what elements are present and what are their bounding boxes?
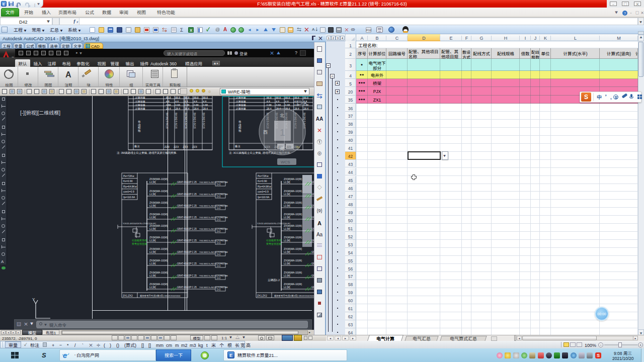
svg-text:0.88: 0.88 (185, 103, 190, 107)
svg-text:L1 [M]: L1 [M] (149, 262, 156, 265)
svg-text:28.4: 28.4 (303, 107, 308, 110)
svg-text:4.8: 4.8 (285, 100, 289, 103)
svg-text:ZX(M)MA-10(M): ZX(M)MA-10(M) (284, 189, 302, 193)
svg-text:0.88: 0.88 (267, 103, 272, 107)
svg-text:L1 [M]: L1 [M] (284, 286, 290, 289)
svg-text:GRAT-40A/2P C 25: GRAT-40A/2P C 25 (177, 286, 197, 289)
svg-text:L1 [M]: L1 [M] (284, 193, 290, 196)
svg-text:ZX(M)MA-10(M): ZX(M)MA-10(M) (149, 282, 168, 286)
svg-text:88.8: 88.8 (303, 96, 308, 99)
svg-text:BV-3X2.5-SC15: BV-3X2.5-SC15 (202, 113, 205, 129)
svg-text:ZZ3: ZZ3 (192, 145, 197, 149)
svg-text:YG2-BX2.5+N2.5-CT-PR2-WE: YG2-BX2.5+N2.5-CT-PR2-WE (334, 180, 362, 184)
svg-text:[二]: [二] (217, 241, 220, 244)
svg-text:[二]: [二] (351, 218, 355, 221)
svg-text:[二]: [二] (351, 252, 355, 255)
svg-text:BV-3X2.5-SC15: BV-3X2.5-SC15 (193, 113, 196, 129)
svg-text:0.88: 0.88 (276, 103, 281, 107)
svg-text:GRAT-40A/2P C 25: GRAT-40A/2P C 25 (177, 204, 197, 207)
svg-text:引自箱变系统: 引自箱变系统 (132, 238, 147, 242)
svg-text:L1 [M]: L1 [M] (284, 227, 290, 230)
svg-text:L1 [M]: L1 [M] (149, 193, 156, 196)
svg-text:[二]: [二] (351, 288, 355, 291)
svg-text:ZX(M)MA-10(M): ZX(M)MA-10(M) (149, 201, 168, 204)
svg-text:YG2-BX2.5+N2.5-CT-PR2-WE: YG2-BX2.5+N2.5-CT-PR2-WE (334, 204, 362, 207)
svg-text:YG2-BX2.5+N2.5-CT-PR2-WE: YG2-BX2.5+N2.5-CT-PR2-WE (199, 274, 228, 277)
svg-text:28.4: 28.4 (185, 107, 190, 110)
svg-text:备注: 备注 (134, 144, 140, 148)
svg-text:[二]: [二] (217, 218, 220, 221)
svg-text:ZZ3: ZZ3 (165, 145, 170, 149)
svg-text:计算容量: 计算容量 (135, 96, 145, 99)
svg-text:备注: 备注 (235, 144, 241, 148)
svg-text:计算容量: 计算容量 (135, 103, 145, 107)
svg-text:箱体参考尺寸(宽X高X厚):1800X2000X400: 箱体参考尺寸(宽X高X厚):1800X2000X400 (140, 294, 181, 297)
svg-text:cosΦ=0.9: cosΦ=0.9 (123, 190, 134, 193)
svg-text:箱体参考尺寸(宽X高X厚):1800X2000X400: 箱体参考尺寸(宽X高X厚):1800X2000X400 (274, 294, 315, 297)
svg-text:0.88: 0.88 (175, 103, 180, 107)
svg-text:28.4: 28.4 (194, 107, 199, 110)
svg-text:[二]: [二] (351, 206, 355, 209)
svg-text:YG2-BX2.5+N2.5-CT-PR2-WE: YG2-BX2.5+N2.5-CT-PR2-WE (334, 239, 362, 242)
svg-text:ZX(M)MA-10(M): ZX(M)MA-10(M) (149, 270, 168, 274)
svg-text:L1 [M]: L1 [M] (149, 274, 156, 277)
svg-text:Kx=0.90: Kx=0.90 (258, 179, 267, 183)
svg-text:ZX(M)MA-10(M): ZX(M)MA-10(M) (149, 258, 168, 262)
svg-text:计算容量: 计算容量 (236, 103, 246, 107)
svg-text:Pjs=64.8Kw: Pjs=64.8Kw (123, 185, 137, 188)
svg-text:WCS: WCS (281, 159, 290, 164)
svg-text:L1 [M]: L1 [M] (149, 204, 156, 207)
svg-text:L1 [M]: L1 [M] (284, 204, 290, 207)
svg-text:0.88: 0.88 (203, 103, 208, 107)
svg-text:88.8: 88.8 (294, 96, 299, 99)
svg-text:Ijs=110.6A: Ijs=110.6A (258, 195, 270, 199)
svg-text:4.8: 4.8 (166, 100, 170, 103)
svg-text:[二]: [二] (217, 276, 220, 279)
svg-text:4.8: 4.8 (267, 100, 270, 103)
svg-text:[二]: [二] (217, 183, 220, 186)
svg-text:88.8: 88.8 (185, 96, 190, 99)
svg-text:0.88: 0.88 (285, 103, 290, 107)
svg-text:北: 北 (280, 112, 284, 119)
svg-text:[二]: [二] (217, 206, 220, 209)
svg-text:[二]: [二] (351, 241, 355, 244)
svg-text:L1 [M]: L1 [M] (149, 239, 156, 242)
svg-text:ZX(M)MA-10(M): ZX(M)MA-10(M) (284, 258, 302, 262)
svg-text:立确图1.2: 立确图1.2 (268, 278, 280, 282)
svg-text:YG2-BX2.5+N2.5-CT-PR2-WE: YG2-BX2.5+N2.5-CT-PR2-WE (199, 180, 228, 184)
svg-text:BV-3X2.5-SC15: BV-3X2.5-SC15 (184, 113, 187, 129)
svg-text:0.88: 0.88 (166, 103, 171, 107)
svg-text:YG2-BX2.5+N2.5-CT-PR2-WE: YG2-BX2.5+N2.5-CT-PR2-WE (334, 274, 362, 277)
svg-text:ZX(M)MA-10(M): ZX(M)MA-10(M) (149, 177, 168, 180)
svg-text:[二]: [二] (217, 252, 220, 255)
svg-text:4.8: 4.8 (194, 100, 197, 103)
svg-text:Pe=72Kw: Pe=72Kw (258, 174, 269, 177)
svg-text:Ijs=110.6A: Ijs=110.6A (123, 195, 135, 199)
svg-text:[二]: [二] (351, 195, 355, 198)
svg-text:BV-3X2.5-SC15: BV-3X2.5-SC15 (166, 113, 169, 129)
svg-text:Pjs=64.8Kw: Pjs=64.8Kw (258, 185, 271, 188)
svg-text:GRAT-40A/2P C 25: GRAT-40A/2P C 25 (177, 262, 197, 265)
svg-text:GRAT-40A/2P C 25: GRAT-40A/2P C 25 (177, 216, 197, 219)
svg-text:[二]: [二] (351, 229, 355, 232)
svg-text:YG2-BX2.5+N2.5-CT-PR2-WE: YG2-BX2.5+N2.5-CT-PR2-WE (199, 193, 228, 196)
svg-text:ZX(M)MA-10(M): ZX(M)MA-10(M) (284, 177, 302, 180)
svg-text:导线规格: 导线规格 (137, 121, 141, 132)
svg-text:ZZ3: ZZ3 (174, 145, 179, 149)
svg-text:ZZ3: ZZ3 (183, 145, 188, 149)
svg-text:[二]: [二] (351, 276, 355, 279)
svg-text:ZX(M)MA-10(M): ZX(M)MA-10(M) (284, 201, 302, 204)
svg-text:引自箱变系统: 引自箱变系统 (266, 238, 281, 242)
svg-text:28.4: 28.4 (294, 107, 299, 110)
svg-text:ZX(M)MA-10(M): ZX(M)MA-10(M) (284, 270, 302, 274)
svg-text:4.8: 4.8 (175, 100, 179, 103)
svg-text:cosΦ=0.9: cosΦ=0.9 (258, 190, 269, 193)
svg-text:YG2-BX2.5+N2.5-CT-PR2-WE: YG2-BX2.5+N2.5-CT-PR2-WE (199, 227, 228, 230)
svg-text:YG2-BX2.5+N2.5-CT-PR2-WE: YG2-BX2.5+N2.5-CT-PR2-WE (199, 250, 228, 253)
svg-text:0.88: 0.88 (194, 103, 199, 107)
svg-text:YG2-BX2.5+N2.5-CT-PR2-WE: YG2-BX2.5+N2.5-CT-PR2-WE (199, 216, 228, 219)
svg-text:L1 [M]: L1 [M] (149, 216, 156, 219)
svg-text:28.4: 28.4 (203, 107, 208, 110)
svg-text:YG2-BX2.5+N2.5-CT-PR2-WE: YG2-BX2.5+N2.5-CT-PR2-WE (199, 286, 228, 289)
svg-text:ZX(M)MA-10(M): ZX(M)MA-10(M) (149, 189, 168, 193)
